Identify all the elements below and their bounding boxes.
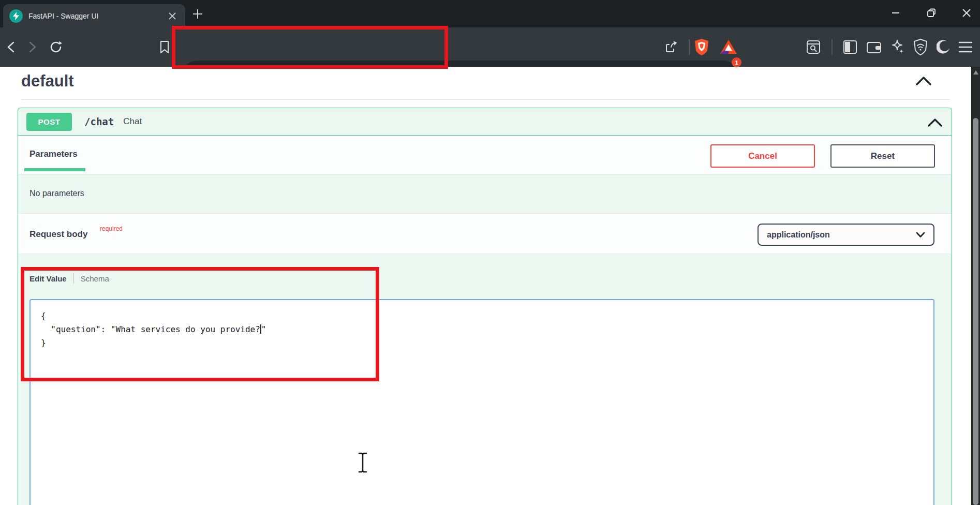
swagger-page: default POST /chat Chat Parameters Cance… [0,67,971,505]
endpoint-path: /chat [84,116,114,127]
rewards-badge: 1 [732,57,741,67]
json-line2-before: "question": "What services do you provid… [41,324,260,334]
tab-close-icon[interactable] [169,12,176,20]
section-collapse-icon[interactable] [916,76,931,85]
request-body-heading: Request body [29,229,87,240]
request-body-section-header: Request body required application/json [18,213,952,254]
json-line2-after: " [261,324,266,334]
json-line: } [41,336,923,350]
parameters-heading: Parameters [29,149,78,159]
toolbar-divider-2 [831,39,833,55]
endpoint-summary: Chat [123,116,142,127]
reset-button[interactable]: Reset [830,144,935,168]
minimize-button[interactable] [880,0,912,26]
body-editor-tabs: Edit Value Schema [29,273,109,284]
no-parameters-row: No parameters [18,174,952,213]
brave-rewards-icon[interactable] [720,39,737,55]
menu-icon[interactable] [959,41,972,53]
required-label: required [100,225,123,232]
tab-separator [73,273,74,284]
browser-window: FastAPI - Swagger UI [0,0,980,505]
vpn-shield-icon[interactable] [913,39,928,55]
parameters-tab-underline [24,168,85,171]
request-body-textarea[interactable]: { "question": "What services do you prov… [29,299,934,505]
fastapi-favicon-icon [9,9,23,23]
back-icon[interactable] [6,41,17,53]
content-type-value: application/json [767,230,830,240]
search-in-page-icon[interactable] [806,40,821,54]
browser-toolbar: 127.0.0.1:8000/docs#/default/chat_chat_p… [0,27,980,67]
toolbar-divider [689,39,690,55]
cancel-button[interactable]: Cancel [710,144,815,168]
content-type-select[interactable]: application/json [758,224,934,246]
forward-icon[interactable] [26,41,38,53]
parameters-section-header: Parameters Cancel Reset [18,136,952,174]
share-icon[interactable] [664,40,678,54]
section-title: default [21,72,74,91]
tab-fastapi-swagger[interactable]: FastAPI - Swagger UI [3,4,185,27]
no-parameters-text: No parameters [29,189,84,198]
scrollbar-up-arrow-icon[interactable] [973,70,978,75]
restore-button[interactable] [915,0,947,26]
new-tab-icon[interactable] [192,8,203,20]
tab-title: FastAPI - Swagger UI [28,12,147,20]
bookmark-icon[interactable] [159,40,170,54]
tab-edit-value[interactable]: Edit Value [29,274,67,283]
json-line: "question": "What services do you provid… [41,323,923,336]
reload-icon[interactable] [49,40,63,54]
tab-schema[interactable]: Schema [81,274,109,283]
scrollbar-thumb[interactable] [973,118,978,505]
tab-bar: FastAPI - Swagger UI [0,0,980,27]
wallet-icon[interactable] [866,40,882,54]
section-divider [21,99,950,100]
opblock-post-chat: POST /chat Chat Parameters Cancel Reset … [18,108,952,505]
chevron-down-icon [916,232,925,238]
crescent-icon[interactable] [937,40,951,54]
brave-shield-icon[interactable] [694,38,709,56]
opblock-header[interactable]: POST /chat Chat [18,108,952,136]
sidebar-icon[interactable] [843,40,857,54]
json-line: { [41,309,923,323]
opblock-collapse-icon[interactable] [928,118,942,127]
close-button[interactable] [951,0,980,26]
method-badge: POST [26,113,72,131]
leo-sparkle-icon[interactable] [890,39,905,55]
